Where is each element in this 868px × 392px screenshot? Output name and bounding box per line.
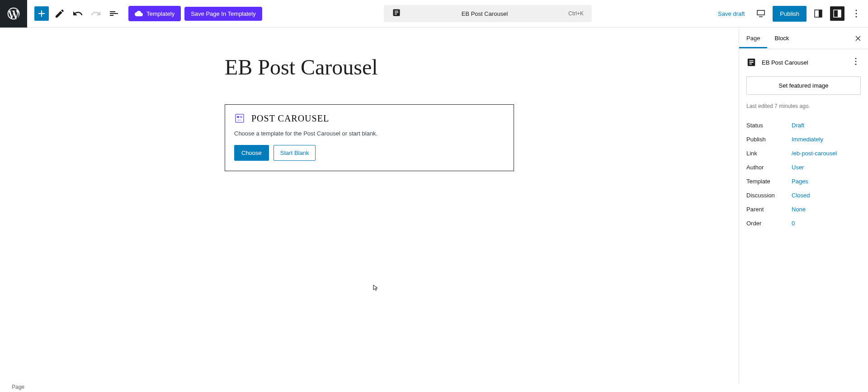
prop-parent[interactable]: Parent None xyxy=(746,202,861,216)
sidebar-body: EB Post Carousel Set featured image Last… xyxy=(739,49,868,238)
panel-icon xyxy=(813,8,824,19)
svg-rect-8 xyxy=(237,116,239,118)
carousel-block-icon xyxy=(234,113,245,124)
prop-label: Publish xyxy=(746,136,792,143)
templately-label: Templately xyxy=(146,10,175,17)
publish-button[interactable]: Publish xyxy=(773,6,807,22)
prop-template[interactable]: Template Pages xyxy=(746,174,861,188)
close-icon xyxy=(854,34,863,43)
prop-label: Link xyxy=(746,150,792,157)
block-description: Choose a template for the Post Carousel … xyxy=(234,130,505,137)
save-templately-label: Save Page In Templately xyxy=(191,10,256,17)
svg-rect-9 xyxy=(240,116,242,118)
undo-icon xyxy=(72,8,83,19)
svg-rect-7 xyxy=(236,114,244,122)
svg-point-15 xyxy=(855,64,857,65)
document-title: EB Post Carousel xyxy=(406,10,563,17)
prop-value[interactable]: /eb-post-carousel xyxy=(792,150,837,157)
templately-button[interactable]: Templately xyxy=(128,6,181,21)
choose-button[interactable]: Choose xyxy=(234,145,269,161)
svg-point-10 xyxy=(238,120,239,121)
svg-rect-1 xyxy=(819,10,822,17)
set-featured-image-button[interactable]: Set featured image xyxy=(746,76,861,95)
prop-value[interactable]: Closed xyxy=(792,192,810,199)
prop-order[interactable]: Order 0 xyxy=(746,216,861,230)
document-summary: EB Post Carousel xyxy=(746,56,861,68)
prop-value[interactable]: Pages xyxy=(792,178,808,185)
options-button[interactable] xyxy=(849,6,863,21)
prop-label: Author xyxy=(746,164,792,171)
doc-actions-button[interactable] xyxy=(851,56,861,68)
svg-point-13 xyxy=(855,58,857,59)
settings-sidebar: Page Block EB Post Carousel Set featured… xyxy=(739,28,868,383)
prop-discussion[interactable]: Discussion Closed xyxy=(746,188,861,202)
block-header: POST CAROUSEL xyxy=(234,113,505,124)
block-actions: Choose Start Blank xyxy=(234,145,505,161)
start-blank-button[interactable]: Start Blank xyxy=(274,145,316,161)
edit-tool-button[interactable] xyxy=(52,6,67,21)
prop-publish[interactable]: Publish Immediately xyxy=(746,132,861,146)
preview-button[interactable] xyxy=(754,6,768,21)
breadcrumb-footer: Page xyxy=(0,382,36,383)
prop-value[interactable]: Immediately xyxy=(792,136,823,143)
keyboard-shortcut: Ctrl+K xyxy=(568,10,584,17)
prop-label: Status xyxy=(746,122,792,129)
prop-value[interactable]: Draft xyxy=(792,122,804,129)
redo-icon xyxy=(90,8,101,19)
desktop-icon xyxy=(755,8,766,19)
redo-button[interactable] xyxy=(89,6,103,21)
close-panel-button[interactable] xyxy=(853,33,863,44)
pencil-icon xyxy=(54,8,65,19)
prop-status[interactable]: Status Draft xyxy=(746,118,861,132)
sidebar-toggle-1[interactable] xyxy=(811,6,826,21)
prop-label: Parent xyxy=(746,206,792,213)
main-area: EB Post Carousel POST CAROUSEL Choose a … xyxy=(0,28,868,383)
sidebar-doc-title: EB Post Carousel xyxy=(762,59,845,66)
save-draft-button[interactable]: Save draft xyxy=(713,8,749,20)
page-title[interactable]: EB Post Carousel xyxy=(225,55,514,79)
toolbar-right: Save draft Publish xyxy=(713,6,868,22)
svg-rect-3 xyxy=(838,10,841,17)
page-icon xyxy=(392,8,401,19)
editor-canvas[interactable]: EB Post Carousel POST CAROUSEL Choose a … xyxy=(0,28,739,383)
block-name: POST CAROUSEL xyxy=(251,113,329,124)
prop-value[interactable]: User xyxy=(792,164,804,171)
wordpress-logo-button[interactable] xyxy=(0,0,27,28)
prop-label: Discussion xyxy=(746,192,792,199)
svg-point-6 xyxy=(856,16,857,18)
prop-value[interactable]: 0 xyxy=(792,220,795,227)
prop-value[interactable]: None xyxy=(792,206,806,213)
save-templately-button[interactable]: Save Page In Templately xyxy=(184,7,262,21)
svg-point-11 xyxy=(239,120,240,121)
settings-panel-toggle[interactable] xyxy=(830,6,844,21)
list-icon xyxy=(108,8,119,19)
plus-icon xyxy=(36,8,47,19)
last-edited-text: Last edited 7 minutes ago. xyxy=(746,103,861,109)
prop-label: Order xyxy=(746,220,792,227)
svg-point-12 xyxy=(241,120,241,121)
panel-active-icon xyxy=(832,8,843,19)
tab-block[interactable]: Block xyxy=(767,28,796,48)
toolbar-left: Templately Save Page In Templately xyxy=(27,6,262,21)
page-icon xyxy=(746,57,756,67)
dots-vertical-icon xyxy=(851,8,862,19)
content-column: EB Post Carousel POST CAROUSEL Choose a … xyxy=(225,55,514,383)
svg-point-14 xyxy=(855,61,857,62)
svg-point-5 xyxy=(856,13,857,14)
svg-point-4 xyxy=(856,10,857,11)
add-block-button[interactable] xyxy=(34,6,49,21)
editor-topbar: Templately Save Page In Templately EB Po… xyxy=(0,0,868,28)
prop-author[interactable]: Author User xyxy=(746,160,861,174)
undo-button[interactable] xyxy=(71,6,85,21)
tab-page[interactable]: Page xyxy=(739,28,767,48)
wordpress-icon xyxy=(6,6,21,21)
document-title-bar[interactable]: EB Post Carousel Ctrl+K xyxy=(384,5,592,22)
post-carousel-block-placeholder[interactable]: POST CAROUSEL Choose a template for the … xyxy=(225,104,514,171)
prop-link[interactable]: Link /eb-post-carousel xyxy=(746,146,861,160)
cloud-icon xyxy=(135,9,143,18)
prop-label: Template xyxy=(746,178,792,185)
sidebar-tabs: Page Block xyxy=(739,28,868,49)
document-overview-button[interactable] xyxy=(107,6,121,21)
dots-vertical-icon xyxy=(851,56,861,66)
